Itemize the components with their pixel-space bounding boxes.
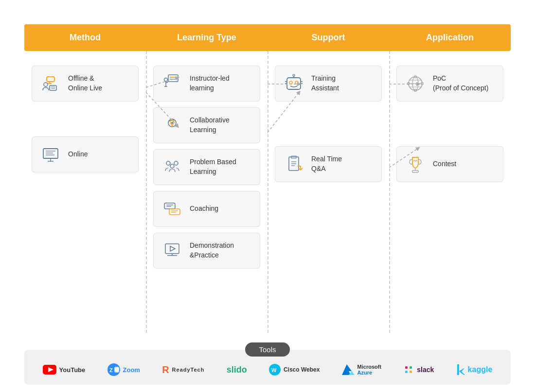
realtime-qa-icon — [283, 153, 304, 175]
svg-point-39 — [295, 81, 298, 84]
card-demonstration: Demonstration&Practice — [153, 233, 260, 269]
header-application: Application — [389, 24, 511, 51]
card-online: Online — [32, 136, 139, 172]
contest-label: Contest — [433, 159, 456, 169]
card-poc: PoC(Proof of Concept) — [396, 66, 503, 102]
col-support: TrainingAssistant Real Tim — [268, 66, 389, 269]
tool-slack: slack — [403, 364, 434, 375]
card-realtime-qa: Real TimeQ&A — [275, 146, 382, 182]
online-icon — [40, 144, 61, 165]
svg-rect-4 — [50, 85, 56, 90]
tool-webex: W Cisco Webex — [269, 364, 320, 375]
divider-1 — [146, 51, 147, 333]
svg-rect-80 — [410, 366, 412, 369]
card-instructor-led: Instructor-led learning — [153, 66, 260, 102]
svg-point-3 — [44, 83, 48, 86]
card-training-assistant: TrainingAssistant — [275, 66, 382, 102]
svg-text:W: W — [271, 367, 277, 373]
training-assistant-icon — [283, 73, 304, 94]
problem-based-label: Problem Based Learning — [190, 157, 252, 176]
header-support: Support — [268, 24, 389, 51]
instructor-led-icon — [161, 73, 183, 94]
header-method: Method — [24, 24, 146, 51]
card-offline-online: Offline &Online Live — [32, 66, 139, 102]
offline-online-label: Offline &Online Live — [68, 74, 102, 93]
training-assistant-label: TrainingAssistant — [311, 74, 339, 93]
svg-point-25 — [174, 161, 178, 165]
svg-text:Z: Z — [109, 367, 113, 373]
demonstration-icon — [161, 240, 183, 261]
card-problem-based: Problem Based Learning — [153, 149, 260, 185]
card-contest: Contest — [396, 146, 503, 182]
main-content: Offline &Online Live Online — [24, 51, 511, 333]
instructor-led-label: Instructor-led learning — [190, 74, 252, 93]
poc-label: PoC(Proof of Concept) — [433, 74, 488, 93]
svg-rect-7 — [43, 149, 58, 158]
col-application: PoC(Proof of Concept) Contest — [389, 66, 511, 269]
divider-3 — [389, 51, 390, 333]
svg-rect-13 — [168, 75, 178, 82]
problem-based-icon — [161, 156, 183, 178]
svg-rect-33 — [165, 244, 179, 254]
coaching-label: Coaching — [190, 204, 218, 214]
collaborative-icon — [161, 115, 183, 136]
tools-label: Tools — [245, 342, 289, 357]
tool-youtube: YouTube — [43, 365, 86, 375]
svg-rect-61 — [412, 170, 418, 172]
coaching-icon — [161, 198, 183, 220]
svg-rect-27 — [164, 203, 175, 209]
realtime-qa-label: Real TimeQ&A — [311, 154, 342, 173]
header-learning-type: Learning Type — [146, 24, 268, 51]
tool-zoom: Z Zoom — [107, 363, 140, 376]
svg-rect-78 — [405, 366, 408, 369]
card-coaching: Coaching — [153, 191, 260, 227]
svg-rect-0 — [47, 77, 54, 82]
svg-point-38 — [289, 81, 292, 84]
svg-rect-79 — [405, 371, 408, 373]
offline-online-icon — [40, 73, 61, 94]
demonstration-label: Demonstration&Practice — [190, 241, 234, 260]
tool-readytech: R ReadyTech — [162, 364, 204, 375]
tool-kaggle: kaggle — [456, 364, 493, 375]
header-bar: Method Learning Type Support Application — [24, 24, 511, 51]
card-collaborative: Collaborative Learning — [153, 107, 260, 143]
tools-section: Tools YouTube Z Zoom R ReadyTech — [24, 342, 511, 385]
svg-rect-81 — [410, 371, 412, 373]
col-method: Offline &Online Live Online — [24, 66, 146, 269]
tools-label-wrap: Tools — [24, 342, 511, 357]
collaborative-label: Collaborative Learning — [190, 116, 252, 135]
online-label: Online — [68, 150, 88, 159]
contest-icon — [405, 153, 426, 175]
tool-slido: slido — [227, 365, 247, 375]
svg-marker-34 — [170, 246, 175, 251]
svg-point-26 — [170, 164, 174, 168]
svg-rect-37 — [287, 78, 301, 89]
divider-2 — [268, 51, 268, 333]
poc-icon — [405, 73, 426, 94]
svg-point-24 — [166, 161, 170, 165]
svg-point-16 — [164, 78, 168, 82]
tool-azure: Microsoft Azure — [342, 364, 382, 375]
svg-rect-30 — [169, 209, 180, 215]
col-learning-type: Instructor-led learning Collaborative L — [146, 66, 268, 269]
svg-point-21 — [171, 122, 173, 124]
